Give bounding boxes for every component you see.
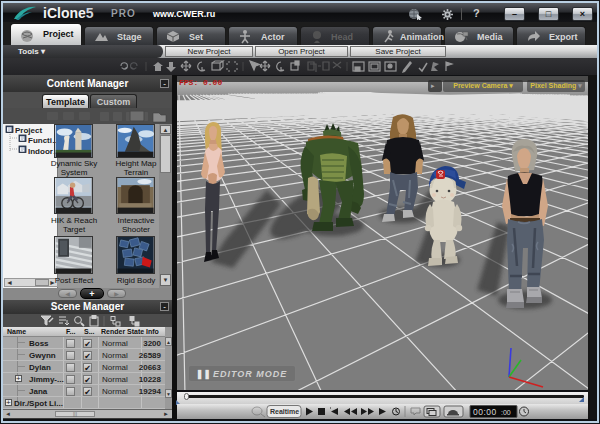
svg-text:Realtime: Realtime [270, 408, 299, 415]
svg-text::00: :00 [501, 409, 511, 416]
svg-text:00:00: 00:00 [473, 407, 497, 417]
